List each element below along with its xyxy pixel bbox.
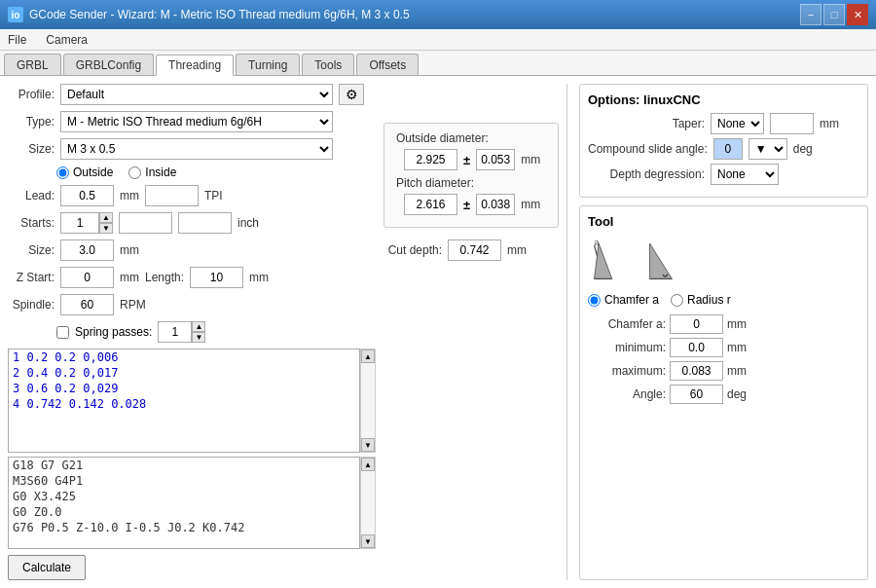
size-select[interactable]: M 3 x 0.5 bbox=[60, 138, 333, 160]
tab-offsets[interactable]: Offsets bbox=[356, 54, 419, 75]
zstart-input[interactable] bbox=[60, 267, 114, 288]
spring-passes-checkbox[interactable] bbox=[56, 326, 69, 339]
gcode-scroll-up[interactable]: ▲ bbox=[361, 458, 375, 471]
cut-depth-unit: mm bbox=[507, 243, 527, 257]
scroll-up-arrow[interactable]: ▲ bbox=[361, 349, 375, 363]
inside-radio[interactable] bbox=[128, 166, 141, 179]
outside-diameter-input[interactable] bbox=[404, 149, 457, 170]
tool-params: Chamfer a: mm minimum: mm maximum: mm An… bbox=[588, 314, 859, 404]
starts-down-btn[interactable]: ▼ bbox=[99, 223, 113, 234]
outside-radio[interactable] bbox=[56, 166, 69, 179]
menu-file[interactable]: File bbox=[4, 31, 30, 49]
inch-label: inch bbox=[237, 216, 259, 230]
chamfer-a-param-input[interactable] bbox=[670, 314, 723, 334]
length-input[interactable] bbox=[190, 267, 243, 288]
pass-list-scrollbar[interactable]: ▲ ▼ bbox=[360, 349, 376, 453]
diameter-section: Outside diameter: ± mm Pitch diameter: ±… bbox=[383, 123, 559, 228]
gcode-line: G76 P0.5 Z-10.0 I-0.5 J0.2 K0.742 bbox=[9, 520, 359, 535]
radius-r-label: Radius r bbox=[687, 293, 731, 307]
spring-passes-input[interactable] bbox=[158, 321, 192, 343]
field-size-row: Size: mm bbox=[8, 239, 376, 261]
pitch-tol-input[interactable] bbox=[476, 194, 515, 215]
spring-down-btn[interactable]: ▼ bbox=[192, 332, 205, 343]
cut-depth-input[interactable] bbox=[448, 239, 501, 261]
taper-input[interactable] bbox=[770, 113, 814, 134]
lead-row: Lead: mm TPI bbox=[8, 185, 376, 206]
pitch-diameter-input[interactable] bbox=[404, 194, 457, 215]
compound-select[interactable]: ▼ bbox=[748, 138, 787, 160]
starts-up-btn[interactable]: ▲ bbox=[99, 212, 113, 223]
size-label: Size: bbox=[8, 142, 55, 156]
radius-shape-icon bbox=[643, 235, 687, 283]
tool-section: Tool a bbox=[579, 205, 868, 580]
tool-shapes: a bbox=[588, 235, 731, 307]
gcode-line: G18 G7 G21 bbox=[9, 458, 359, 473]
pitch-unit: mm bbox=[521, 198, 540, 211]
outside-diameter-row: Outside diameter: bbox=[396, 131, 546, 145]
thread-side-group: Outside Inside bbox=[8, 165, 376, 179]
menu-camera[interactable]: Camera bbox=[42, 31, 91, 49]
tpi-value-input[interactable] bbox=[145, 185, 199, 206]
chamfer-a-option[interactable]: Chamfer a bbox=[588, 293, 659, 307]
length-label: Length: bbox=[145, 271, 184, 284]
taper-row: Taper: None mm bbox=[588, 113, 859, 134]
tool-title: Tool bbox=[588, 214, 859, 229]
taper-select[interactable]: None bbox=[711, 113, 764, 134]
taper-label: Taper: bbox=[588, 117, 705, 130]
zstart-row: Z Start: mm Length: mm bbox=[8, 267, 376, 288]
tab-turning[interactable]: Turning bbox=[236, 54, 300, 75]
zstart-label: Z Start: bbox=[8, 271, 55, 284]
minimum-unit: mm bbox=[727, 341, 747, 354]
gear-button[interactable]: ⚙ bbox=[339, 84, 364, 105]
tab-grblconfig[interactable]: GRBLConfig bbox=[63, 54, 154, 75]
chamfer-a-label: Chamfer a bbox=[604, 293, 659, 307]
center-panel: Outside diameter: ± mm Pitch diameter: ±… bbox=[383, 84, 559, 580]
minimize-button[interactable]: − bbox=[800, 4, 821, 25]
size-row: Size: M 3 x 0.5 bbox=[8, 138, 376, 160]
type-label: Type: bbox=[8, 115, 55, 129]
radius-r-radio[interactable] bbox=[671, 294, 683, 307]
pitch-diameter-label: Pitch diameter: bbox=[396, 176, 474, 190]
field-size-label: Size: bbox=[8, 243, 55, 257]
maximum-param-input[interactable] bbox=[670, 361, 723, 381]
starts-label: Starts: bbox=[8, 216, 55, 230]
spring-up-btn[interactable]: ▲ bbox=[192, 321, 205, 332]
tab-grbl[interactable]: GRBL bbox=[4, 54, 61, 75]
profile-row: Profile: Default ⚙ bbox=[8, 84, 376, 105]
starts-alt-input[interactable] bbox=[119, 212, 172, 234]
radius-r-option[interactable]: Radius r bbox=[671, 293, 731, 307]
chamfer-a-radio[interactable] bbox=[588, 294, 601, 307]
maximize-button[interactable]: □ bbox=[823, 4, 845, 25]
starts-inch-input[interactable] bbox=[178, 212, 232, 234]
angle-param-input[interactable] bbox=[670, 385, 723, 404]
close-button[interactable]: ✕ bbox=[847, 4, 868, 25]
lead-label: Lead: bbox=[8, 189, 55, 202]
inside-option[interactable]: Inside bbox=[128, 165, 176, 179]
lead-input[interactable] bbox=[60, 185, 114, 206]
gcode-scroll-down[interactable]: ▼ bbox=[361, 534, 375, 548]
outside-tol-input[interactable] bbox=[476, 149, 515, 170]
minimum-param-input[interactable] bbox=[670, 338, 723, 357]
tool-shape-icons: a bbox=[588, 235, 687, 283]
tab-threading[interactable]: Threading bbox=[156, 55, 234, 76]
angle-param-row: Angle: deg bbox=[588, 385, 859, 404]
gcode-scroll-track bbox=[361, 471, 375, 534]
field-size-unit: mm bbox=[120, 243, 139, 257]
pitch-diameter-row: Pitch diameter: bbox=[396, 176, 546, 190]
type-select[interactable]: M - Metric ISO Thread medium 6g/6H bbox=[60, 111, 333, 132]
chamfer-a-unit: mm bbox=[727, 317, 747, 331]
depth-select[interactable]: None bbox=[711, 164, 779, 185]
main-content: Profile: Default ⚙ Type: M - Metric ISO … bbox=[0, 76, 876, 588]
outside-option[interactable]: Outside bbox=[56, 165, 113, 179]
app-icon: io bbox=[8, 7, 23, 22]
scroll-down-arrow[interactable]: ▼ bbox=[361, 438, 375, 452]
field-size-input[interactable] bbox=[60, 239, 114, 261]
compound-input[interactable] bbox=[713, 138, 743, 160]
tab-tools[interactable]: Tools bbox=[302, 54, 354, 75]
starts-input[interactable] bbox=[60, 212, 99, 234]
calculate-button[interactable]: Calculate bbox=[8, 555, 86, 580]
gcode-scrollbar[interactable]: ▲ ▼ bbox=[360, 457, 376, 549]
starts-spinner: ▲ ▼ bbox=[60, 212, 113, 234]
spindle-input[interactable] bbox=[60, 294, 114, 315]
profile-select[interactable]: Default bbox=[60, 84, 333, 105]
